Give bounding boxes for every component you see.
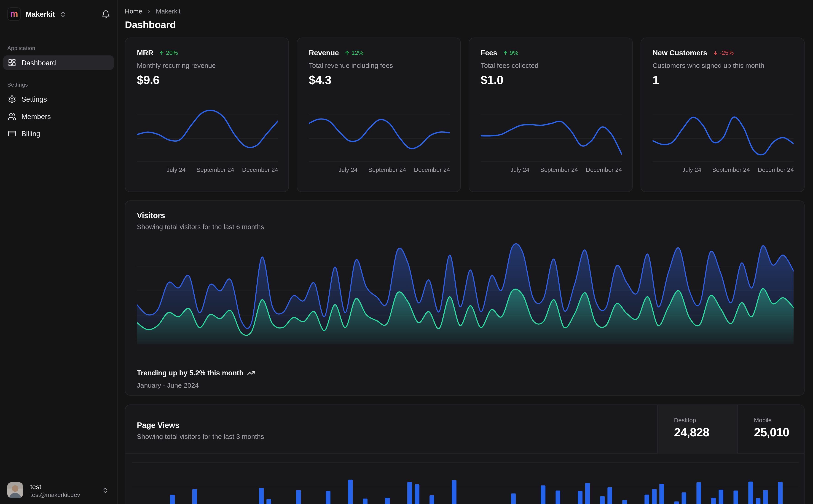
user-info: test test@makerkit.dev (30, 483, 95, 498)
sidebar-section-label: Settings (7, 81, 110, 88)
sparkline-chart: July 24 September 24 December 24 (653, 95, 792, 162)
sidebar-item-billing[interactable]: Billing (3, 126, 114, 141)
stat-description: Total fees collected (481, 62, 621, 69)
sparkline-chart: July 24 September 24 December 24 (481, 95, 621, 162)
stat-description: Total revenue including fees (309, 62, 449, 69)
breadcrumb-home-link[interactable]: Home (125, 8, 142, 15)
sidebar-item-label: Settings (21, 95, 47, 103)
breadcrumb: Home Makerkit (125, 8, 805, 15)
main-content: Home Makerkit Dashboard MRR 20% Monthly … (118, 0, 813, 504)
axis-label: July 24 (339, 167, 357, 173)
axis-label: December 24 (414, 167, 450, 173)
sidebar: m Makerkit Application Dashboard (0, 0, 117, 504)
stat-description: Customers who signed up this month (653, 62, 792, 69)
arrow-down-icon (712, 50, 718, 56)
stat-description: Monthly recurring revenue (137, 62, 277, 69)
sidebar-item-members[interactable]: Members (3, 109, 114, 124)
axis-label: September 24 (196, 167, 234, 173)
page-views-tabs: Desktop 24,828 Mobile 25,010 (657, 405, 804, 454)
arrow-up-icon (159, 50, 164, 56)
tab-value: 25,010 (754, 425, 804, 440)
arrow-up-icon (502, 50, 508, 56)
axis-label: July 24 (682, 167, 701, 173)
chevron-right-icon (146, 8, 152, 15)
page-views-header: Page Views Showing total visitors for th… (125, 405, 804, 454)
visitors-subtitle: Showing total visitors for the last 6 mo… (137, 223, 264, 231)
tab-value: 24,828 (674, 425, 737, 440)
stat-cards-row: MRR 20% Monthly recurring revenue $9.6 J… (125, 37, 805, 192)
stat-value: $9.6 (137, 73, 277, 87)
user-name: test (30, 483, 95, 490)
tab-mobile[interactable]: Mobile 25,010 (737, 405, 804, 454)
stat-title: Revenue (309, 48, 339, 57)
sidebar-nav: Dashboard (3, 55, 114, 70)
trend-value: 9% (510, 50, 518, 56)
sidebar-item-settings[interactable]: Settings (3, 92, 114, 106)
stat-card-new-customers: New Customers -25% Customers who signed … (641, 37, 805, 192)
stat-card-revenue: Revenue 12% Total revenue including fees… (297, 37, 461, 192)
trend-badge: 9% (502, 50, 518, 56)
stat-value: 1 (653, 73, 792, 87)
breadcrumb-current: Makerkit (156, 8, 181, 15)
tab-label: Mobile (754, 417, 804, 423)
page-views-bar-chart (132, 454, 798, 504)
axis-label: December 24 (758, 167, 794, 173)
avatar (7, 482, 23, 498)
visitors-card: Visitors Showing total visitors for the … (125, 200, 805, 395)
trending-up-icon (247, 369, 255, 377)
sidebar-nav: Settings Members Billing (3, 92, 114, 141)
visitors-period: January - June 2024 (137, 382, 199, 389)
brand-name: Makerkit (26, 10, 55, 18)
axis-label: December 24 (586, 167, 622, 173)
logo-letter: m (10, 9, 18, 18)
makerkit-logo: m (7, 7, 21, 21)
stat-value: $4.3 (309, 73, 449, 87)
user-menu[interactable]: test test@makerkit.dev (0, 476, 117, 504)
visitors-trending-text: Trending up by 5.2% this month (137, 369, 244, 377)
sidebar-item-dashboard[interactable]: Dashboard (3, 55, 114, 70)
trend-badge: 20% (159, 50, 178, 56)
sidebar-item-label: Dashboard (21, 59, 56, 66)
page-views-subtitle: Showing total visitors for the last 3 mo… (137, 433, 264, 440)
page-views-card: Page Views Showing total visitors for th… (125, 405, 805, 504)
credit-card-icon (8, 130, 16, 138)
trend-badge: 12% (344, 50, 364, 56)
stat-card-fees: Fees 9% Total fees collected $1.0 July 2… (469, 37, 633, 192)
user-email: test@makerkit.dev (30, 491, 95, 498)
axis-label: September 24 (540, 167, 578, 173)
users-icon (8, 112, 16, 121)
trend-value: 20% (166, 50, 178, 56)
visitors-area-chart (137, 242, 793, 344)
notifications-button[interactable] (101, 10, 110, 20)
page-views-title: Page Views (137, 421, 179, 430)
app-root: m Makerkit Application Dashboard (0, 0, 813, 504)
chevrons-up-down-icon (102, 487, 109, 493)
arrow-up-icon (344, 50, 350, 56)
axis-label: September 24 (712, 167, 750, 173)
workspace-switcher[interactable]: m Makerkit (7, 7, 86, 21)
sidebar-section-settings: Settings Settings Members (0, 81, 117, 141)
visitors-title: Visitors (137, 211, 165, 220)
sidebar-item-label: Billing (21, 130, 40, 138)
axis-label: September 24 (368, 167, 406, 173)
sidebar-header: m Makerkit (0, 0, 117, 28)
trend-badge: -25% (712, 50, 734, 56)
sparkline-chart: July 24 September 24 December 24 (309, 95, 449, 162)
trend-value: 12% (352, 50, 364, 56)
axis-label: July 24 (166, 167, 185, 173)
stat-card-mrr: MRR 20% Monthly recurring revenue $9.6 J… (125, 37, 289, 192)
sidebar-section-application: Application Dashboard (0, 45, 117, 70)
trend-value: -25% (720, 50, 734, 56)
stat-value: $1.0 (481, 73, 621, 87)
sidebar-section-label: Application (7, 45, 110, 51)
gear-icon (8, 95, 16, 103)
bell-icon (101, 10, 110, 19)
tab-desktop[interactable]: Desktop 24,828 (657, 405, 737, 454)
stat-title: MRR (137, 48, 153, 57)
axis-label: December 24 (242, 167, 278, 173)
stat-title: Fees (481, 48, 497, 57)
page-title: Dashboard (125, 19, 805, 31)
axis-label: July 24 (510, 167, 529, 173)
sparkline-chart: July 24 September 24 December 24 (137, 95, 277, 162)
dashboard-icon (8, 58, 16, 67)
